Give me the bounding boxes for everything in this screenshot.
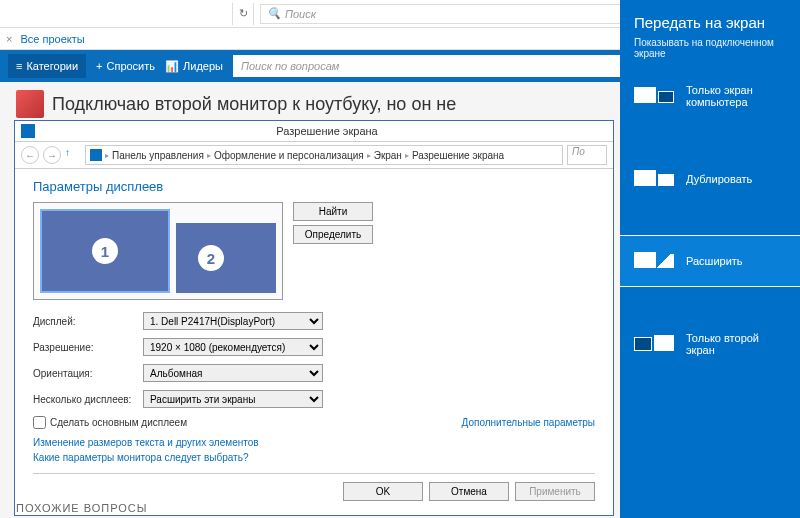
plus-icon: +	[96, 60, 102, 72]
resolution-select[interactable]: 1920 × 1080 (рекомендуется)	[143, 338, 323, 356]
nav-leaders[interactable]: 📊Лидеры	[165, 60, 223, 73]
sidebar-item-pc-only[interactable]: Только экран компьютера	[620, 69, 800, 123]
monitor-preview[interactable]: 1 2	[33, 202, 283, 300]
sidebar-item-duplicate[interactable]: Дублировать	[620, 153, 800, 205]
sidebar-item-second-only[interactable]: Только второй экран	[620, 317, 800, 371]
breadcrumb[interactable]: ▸Панель управления ▸Оформление и персона…	[85, 145, 563, 165]
window-titlebar: Разрешение экрана	[15, 121, 613, 141]
forward-button[interactable]: →	[43, 146, 61, 164]
window-icon	[21, 124, 35, 138]
monitor-icon	[90, 149, 102, 161]
sidebar-item-extend[interactable]: Расширить	[620, 235, 800, 287]
tab-label[interactable]: Все проекты	[20, 33, 84, 45]
sidebar-header: Передать на экран Показывать на подключе…	[620, 0, 800, 69]
monitor-help-link[interactable]: Какие параметры монитора следует выбрать…	[33, 452, 595, 463]
list-icon: ≡	[16, 60, 22, 72]
pc-only-icon	[634, 85, 674, 107]
up-button[interactable]: ↑	[65, 147, 81, 163]
search-icon: 🔍	[267, 7, 281, 20]
section-title: Параметры дисплеев	[33, 179, 595, 194]
refresh-icon[interactable]: ↻	[232, 3, 254, 25]
resolution-window: Разрешение экрана ← → ↑ ▸Панель управлен…	[14, 120, 614, 516]
window-search[interactable]: По	[567, 145, 607, 165]
display-select[interactable]: 1. Dell P2417H(DisplayPort)	[143, 312, 323, 330]
multi-select[interactable]: Расширить эти экраны	[143, 390, 323, 408]
detect-button[interactable]: Определить	[293, 225, 373, 244]
related-heading: ПОХОЖИЕ ВОПРОСЫ	[16, 502, 147, 514]
orientation-select[interactable]: Альбомная	[143, 364, 323, 382]
advanced-link[interactable]: Дополнительные параметры	[462, 417, 595, 428]
duplicate-icon	[634, 168, 674, 190]
question-icon	[16, 90, 44, 118]
cancel-button[interactable]: Отмена	[429, 482, 509, 501]
nav-ask[interactable]: +Спросить	[96, 60, 155, 72]
monitor-1[interactable]: 1	[40, 209, 170, 293]
back-button[interactable]: ←	[21, 146, 39, 164]
close-tab-icon[interactable]: ×	[6, 33, 12, 45]
monitor-2[interactable]: 2	[176, 223, 276, 293]
nav-categories[interactable]: ≡Категории	[8, 54, 86, 78]
page-title: Подключаю второй монитор к ноутбуку, но …	[52, 94, 456, 115]
ok-button[interactable]: OK	[343, 482, 423, 501]
text-size-link[interactable]: Изменение размеров текста и других элеме…	[33, 437, 595, 448]
find-button[interactable]: Найти	[293, 202, 373, 221]
primary-checkbox[interactable]	[33, 416, 46, 429]
search-placeholder: Поиск	[285, 8, 316, 20]
second-only-icon	[634, 333, 674, 355]
sidebar-title: Передать на экран	[634, 14, 786, 31]
extend-icon	[634, 250, 674, 272]
window-nav: ← → ↑ ▸Панель управления ▸Оформление и п…	[15, 141, 613, 169]
sidebar-subtitle: Показывать на подключенном экране	[634, 37, 786, 59]
apply-button[interactable]: Применить	[515, 482, 595, 501]
project-sidebar: Передать на экран Показывать на подключе…	[620, 0, 800, 518]
chart-icon: 📊	[165, 60, 179, 73]
